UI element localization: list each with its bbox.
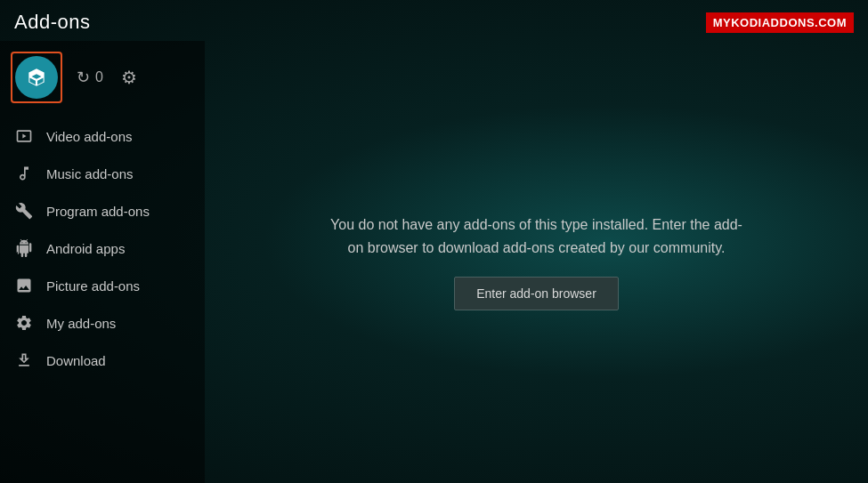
page-title: Add-ons xyxy=(14,11,90,34)
enter-addon-browser-button[interactable]: Enter add-on browser xyxy=(454,277,619,310)
refresh-count: 0 xyxy=(95,69,103,85)
sidebar-item-label: Android apps xyxy=(46,241,125,256)
refresh-icon: ↻ xyxy=(77,68,90,87)
header: Add-ons MYKODIADDONS.COM xyxy=(0,0,868,41)
content-message: You do not have any add-ons of this type… xyxy=(323,213,750,259)
sidebar-nav: Video add-ons Music add-ons Program add-… xyxy=(0,117,205,379)
sidebar-item-video-addons[interactable]: Video add-ons xyxy=(0,117,205,155)
settings-button[interactable]: ⚙ xyxy=(118,67,137,88)
sidebar-item-label: My add-ons xyxy=(46,316,116,331)
refresh-button[interactable]: ↻ 0 xyxy=(77,68,103,87)
sidebar-item-music-addons[interactable]: Music add-ons xyxy=(0,155,205,192)
sidebar-item-download[interactable]: Download xyxy=(0,342,205,379)
addon-icon-button[interactable] xyxy=(15,56,58,99)
addon-icon-wrapper xyxy=(11,52,62,103)
android-icon xyxy=(14,238,34,258)
sidebar-item-label: Program add-ons xyxy=(46,204,150,219)
sidebar-item-label: Video add-ons xyxy=(46,129,132,144)
music-icon xyxy=(14,164,34,183)
sidebar-item-label: Music add-ons xyxy=(46,166,134,181)
sidebar-item-label: Picture add-ons xyxy=(46,278,140,294)
picture-icon xyxy=(14,276,34,295)
sidebar-item-android-apps[interactable]: Android apps xyxy=(0,229,205,267)
sidebar: ↻ 0 ⚙ Video add-ons xyxy=(0,41,205,483)
sidebar-item-picture-addons[interactable]: Picture add-ons xyxy=(0,267,205,304)
content-area: You do not have any add-ons of this type… xyxy=(205,41,868,483)
sidebar-item-my-addons[interactable]: My add-ons xyxy=(0,304,205,342)
box-icon xyxy=(25,66,48,89)
sidebar-item-label: Download xyxy=(46,353,106,368)
content-inner: You do not have any add-ons of this type… xyxy=(323,213,750,310)
video-icon xyxy=(14,126,34,146)
download-icon xyxy=(14,350,34,370)
main-body: ↻ 0 ⚙ Video add-ons xyxy=(0,41,868,483)
program-icon xyxy=(14,201,34,221)
sidebar-top-icons: ↻ 0 ⚙ xyxy=(0,44,205,117)
brand-label: MYKODIADDONS.COM xyxy=(706,12,854,33)
myaddon-icon xyxy=(14,313,34,333)
sidebar-item-program-addons[interactable]: Program add-ons xyxy=(0,192,205,229)
gear-icon: ⚙ xyxy=(121,68,137,87)
